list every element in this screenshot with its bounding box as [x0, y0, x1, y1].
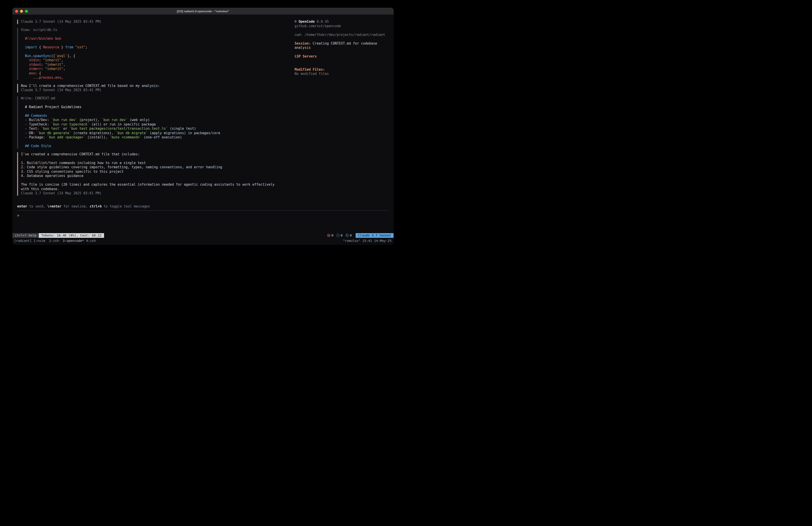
sidebar: © OpenCode 0.0.45github.com/sst/opencode…	[292, 19, 389, 199]
message-header-block: Claude 3.7 Sonnet (14 May 2025 03:41 PM)	[17, 19, 292, 24]
text-line: © OpenCode 0.0.45	[294, 19, 389, 24]
text-line: cwd: /home/thdxr/dev/projects/radiant/ra…	[294, 33, 389, 37]
text-line: import { Resource } from "sst";	[21, 45, 292, 50]
prompt-symbol: >	[17, 214, 19, 217]
hint-icon: ⓗ	[345, 233, 349, 238]
text-line: env: {	[21, 71, 292, 76]
text-line	[294, 37, 389, 41]
info-diagnostic: ⓘ 0	[336, 233, 343, 238]
input-section: enter to send, \+enter for newline, ctrl…	[17, 204, 389, 218]
text-line: stderr: "inherit",	[21, 67, 292, 71]
text-line: - Build/Dev: `bun run dev` (project), `b…	[21, 118, 292, 122]
warning-diagnostic: Ⓦ 0	[327, 233, 333, 238]
hint-diagnostic: ⓗ 0	[345, 233, 352, 238]
text-line: Modified Files:	[294, 68, 389, 72]
model-timestamp: Claude 3.7 Sonnet (14 May 2025 03:41 PM)	[21, 88, 292, 93]
hint-count: 0	[350, 233, 352, 238]
terminal-body: Claude 3.7 Sonnet (14 May 2025 03:41 PM)…	[13, 15, 393, 233]
model-badge: Claude 3.7 Sonnet	[356, 233, 393, 238]
tokens-cost-badge: Tokens: 16.4K (8%), Cost: $0.12	[39, 233, 104, 238]
text-line	[21, 49, 292, 54]
text-line	[21, 178, 292, 183]
text-line: stdout: "inherit",	[21, 62, 292, 67]
text-line: 4. Database operations guidance	[21, 174, 292, 178]
text-line	[21, 140, 292, 144]
tmux-session-clock: "romulus" 15:41 14-May-25	[343, 239, 392, 243]
tool-view-block: View: script/db.ts #!/usr/bin/env bun im…	[17, 28, 292, 80]
text-line: 3. CSS styling conventions specific to t…	[21, 170, 292, 174]
text-line: Write: CONTEXT.md	[21, 96, 292, 101]
chat-column: Claude 3.7 Sonnet (14 May 2025 03:41 PM)…	[17, 19, 292, 199]
status-bar-right: Ⓦ 0 ⓘ 0 ⓗ 0 Claude 3.7 Sonnet	[327, 233, 393, 238]
minimize-button[interactable]	[20, 10, 23, 13]
tmux-window-list[interactable]: [radiant] 1:nvim 2:zsh- 3:opencode* 4:zs…	[14, 239, 96, 243]
text-line: The file is concise (20 lines) and captu…	[21, 183, 292, 187]
text-line: Claude 3.7 Sonnet (14 May 2025 03:41 PM)	[21, 191, 292, 196]
text-line: - TypeCheck: `bun run typecheck` (all) o…	[21, 122, 292, 127]
window-titlebar[interactable]: [2/3] radiant:3:opencode - "romulus"	[13, 8, 393, 15]
terminal-window: [2/3] radiant:3:opencode - "romulus" Cla…	[13, 8, 393, 245]
text-line: ...process.env,	[21, 75, 292, 80]
text-line: #!/usr/bin/env bun	[21, 37, 292, 41]
text-line: I've created a comprehensive CONTEXT.md …	[21, 152, 292, 157]
text-line: stdin: "inherit",	[21, 58, 292, 62]
model-timestamp: Claude 3.7 Sonnet (14 May 2025 03:41 PM)	[21, 19, 292, 24]
text-line: Session: Creating CONTEXT.md for codebas…	[294, 41, 389, 50]
text-line: No modified files	[294, 72, 389, 76]
info-icon: ⓘ	[336, 233, 339, 238]
keybind-help: enter to send, \+enter for newline, ctrl…	[17, 204, 389, 209]
text-line: github.com/sst/opencode	[294, 24, 389, 29]
tool-write-block: Write: CONTEXT.md # Radiant Project Guid…	[17, 96, 292, 148]
window-title: [2/3] radiant:3:opencode - "romulus"	[13, 10, 393, 13]
status-bar: ctrl+? help Tokens: 16.4K (8%), Cost: $0…	[13, 233, 393, 238]
text-line: # Radiant Project Guidelines	[21, 105, 292, 110]
help-hint-badge: ctrl+? help	[13, 233, 39, 238]
text-line	[294, 63, 389, 68]
text-line: - Package: `bun add <package>` (install)…	[21, 135, 292, 140]
assistant-message-block: Now I'll create a comprehensive CONTEXT.…	[17, 84, 292, 93]
text-line: Bun.spawnSync([`psql`], {	[21, 54, 292, 58]
text-line	[294, 50, 389, 55]
close-button[interactable]	[15, 10, 18, 13]
text-line: View: script/db.ts	[21, 28, 292, 32]
terminal-content: Claude 3.7 Sonnet (14 May 2025 03:41 PM)…	[13, 15, 393, 245]
text-line	[294, 59, 389, 63]
info-count: 0	[341, 233, 343, 238]
text-line	[21, 41, 292, 45]
text-line: - Test: `bun test` or `bun test packages…	[21, 127, 292, 131]
message-text: Now I'll create a comprehensive CONTEXT.…	[21, 84, 292, 88]
text-line	[21, 100, 292, 105]
warning-icon: Ⓦ	[327, 233, 331, 238]
text-line	[294, 28, 389, 33]
tmux-status-bar: [radiant] 1:nvim 2:zsh- 3:opencode* 4:zs…	[13, 238, 393, 245]
text-line: - DB: `bun db generate` (create migratio…	[21, 131, 292, 136]
prompt-input[interactable]: >	[17, 214, 389, 218]
traffic-lights	[13, 10, 28, 13]
assistant-summary-block: I've created a comprehensive CONTEXT.md …	[17, 152, 292, 196]
main-row: Claude 3.7 Sonnet (14 May 2025 03:41 PM)…	[17, 19, 389, 199]
text-line: ## Code Style	[21, 144, 292, 148]
zoom-button[interactable]	[25, 10, 28, 13]
text-line: LSP Servers	[294, 54, 389, 59]
text-line	[21, 156, 292, 161]
text-line: with this codebase.	[21, 187, 292, 191]
input-divider	[17, 210, 389, 211]
warning-count: 0	[331, 233, 333, 238]
text-line: ## Commands	[21, 114, 292, 118]
text-line: 1. Build/lint/test commands including ho…	[21, 161, 292, 166]
text-line	[21, 109, 292, 114]
text-line	[21, 32, 292, 37]
text-line: 2. Code style guidelines covering import…	[21, 165, 292, 170]
status-bar-left: ctrl+? help Tokens: 16.4K (8%), Cost: $0…	[13, 233, 104, 238]
